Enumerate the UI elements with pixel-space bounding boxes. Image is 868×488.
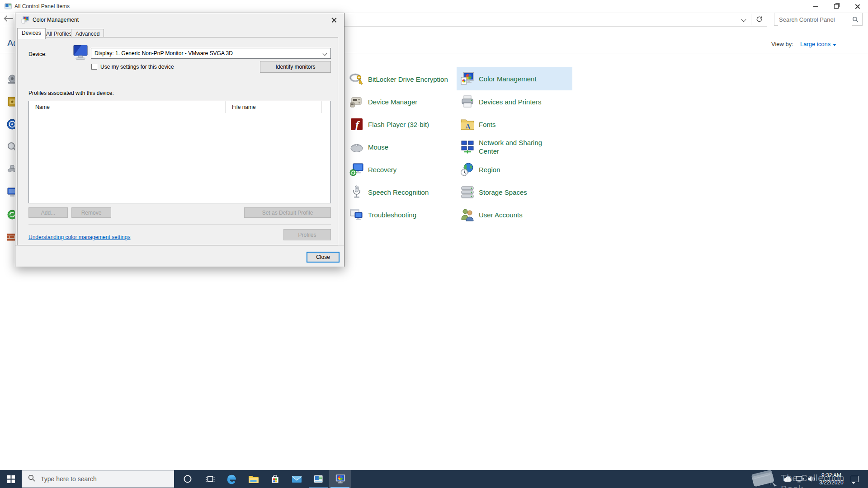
refresh-icon	[756, 16, 763, 23]
list-header: Name File name	[29, 101, 330, 113]
search-icon	[28, 474, 35, 483]
close-button[interactable]: Close	[307, 252, 340, 263]
control-panel-search[interactable]	[774, 13, 863, 26]
taskbar-search-input[interactable]	[40, 475, 155, 483]
cp-item-label: Fonts	[479, 120, 496, 129]
refresh-button[interactable]	[751, 13, 767, 26]
desktop: All Control Panel Items Adjust your comp…	[0, 0, 868, 488]
cp-item-device-manager[interactable]: Device Manager	[346, 90, 456, 113]
file-explorer-button[interactable]	[242, 470, 264, 488]
control-panel-window-icon	[5, 3, 12, 12]
cp-item-label: User Accounts	[479, 211, 523, 219]
mail-button[interactable]	[286, 470, 307, 488]
fonts-icon: A	[460, 117, 475, 131]
device-dropdown[interactable]: Display: 1. Generic Non-PnP Monitor - VM…	[91, 48, 331, 59]
region-icon	[460, 162, 475, 177]
store-icon	[270, 474, 280, 484]
taskbar: 9:32 AM 3/22/2020	[0, 470, 868, 488]
color-management-dialog-icon	[21, 16, 29, 26]
chevron-down-icon	[741, 17, 746, 22]
search-icon	[852, 16, 859, 24]
identify-monitors-button[interactable]: Identify monitors	[260, 61, 331, 73]
minimize-button[interactable]	[806, 0, 826, 13]
column-header-file-name[interactable]: File name	[226, 101, 322, 113]
network-icon	[460, 140, 475, 154]
clock-date: 3/22/2020	[817, 479, 845, 486]
taskbar-control-panel-button[interactable]	[307, 470, 329, 488]
set-default-profile-button[interactable]: Set as Default Profile	[244, 207, 331, 218]
troubleshooting-icon	[349, 207, 364, 222]
close-icon	[854, 4, 860, 9]
user-accounts-icon	[460, 207, 475, 222]
cp-item-label: Color Management	[479, 75, 537, 83]
tray-expand-button[interactable]	[770, 477, 770, 485]
dialog-footer: Close	[15, 245, 344, 267]
dialog-close-button[interactable]	[324, 13, 344, 27]
onedrive-tray-icon[interactable]	[783, 476, 793, 484]
cortana-button[interactable]	[177, 470, 198, 488]
taskbar-clock[interactable]: 9:32 AM 3/22/2020	[817, 472, 845, 486]
cp-item-label: Devices and Printers	[479, 98, 541, 106]
cp-item-speech-recognition[interactable]: Speech Recognition	[346, 180, 456, 204]
cp-item-label: Storage Spaces	[479, 188, 527, 197]
taskbar-search[interactable]	[22, 470, 174, 488]
view-by-label: View by:	[771, 41, 793, 47]
profiles-list[interactable]: Name File name	[28, 101, 331, 203]
cp-item-network-sharing[interactable]: Network and Sharing Center	[457, 135, 572, 159]
minimize-icon	[813, 6, 818, 7]
understanding-color-management-link[interactable]: Understanding color management settings	[28, 234, 130, 240]
task-view-button[interactable]	[199, 470, 221, 488]
edge-button[interactable]	[221, 470, 242, 488]
monitor-icon	[72, 44, 89, 62]
cp-item-fonts[interactable]: A Fonts	[457, 113, 572, 136]
device-dropdown-value: Display: 1. Generic Non-PnP Monitor - VM…	[94, 50, 233, 56]
volume-tray-icon[interactable]	[807, 476, 816, 484]
column-header-name[interactable]: Name	[29, 101, 226, 113]
cp-item-bitlocker[interactable]: BitLocker Drive Encryption	[346, 67, 456, 91]
dialog-title: Color Management	[33, 17, 79, 23]
restore-button[interactable]	[826, 0, 846, 13]
view-by-selector[interactable]: Large icons	[800, 41, 836, 47]
cp-item-user-accounts[interactable]: User Accounts	[457, 203, 572, 226]
close-window-button[interactable]	[846, 0, 868, 13]
cp-item-region[interactable]: Region	[457, 158, 572, 181]
cp-item-label: Mouse	[368, 143, 388, 151]
chevron-down-icon	[323, 52, 327, 56]
cp-item-label: Troubleshooting	[368, 211, 416, 219]
use-settings-checkbox[interactable]	[91, 64, 97, 70]
start-button[interactable]	[0, 470, 22, 488]
cp-item-mouse[interactable]: Mouse	[346, 135, 456, 159]
search-input[interactable]	[778, 14, 852, 26]
taskbar-color-management-button[interactable]	[329, 470, 351, 488]
edge-icon	[226, 474, 237, 484]
svg-text:A: A	[465, 122, 471, 131]
remove-button[interactable]: Remove	[71, 207, 111, 218]
caret-down-icon	[833, 44, 836, 46]
cp-item-recovery[interactable]: Recovery	[346, 158, 456, 181]
network-tray-icon[interactable]	[796, 476, 804, 484]
cp-item-flash-player[interactable]: f Flash Player (32-bit)	[346, 113, 456, 136]
profiles-button[interactable]: Profiles	[283, 229, 331, 240]
address-dropdown-button[interactable]	[736, 13, 751, 26]
window-title: All Control Panel Items	[14, 3, 70, 9]
cp-item-label: Recovery	[368, 165, 396, 174]
cp-item-label: BitLocker Drive Encryption	[368, 75, 448, 84]
recovery-icon	[349, 162, 364, 177]
cp-item-storage-spaces[interactable]: Storage Spaces	[457, 180, 572, 204]
cp-item-devices-printers[interactable]: Devices and Printers	[457, 90, 572, 113]
window-titlebar: All Control Panel Items	[0, 0, 868, 13]
speech-recognition-icon	[349, 185, 364, 199]
cp-item-color-management[interactable]: Color Management	[457, 67, 572, 90]
action-center-button[interactable]	[851, 476, 859, 482]
tab-devices[interactable]: Devices	[17, 28, 46, 39]
color-management-dialog: Color Management Devices All Profiles Ad…	[15, 13, 344, 267]
dialog-titlebar[interactable]: Color Management	[15, 13, 344, 27]
add-button[interactable]: Add...	[28, 207, 68, 218]
file-explorer-icon	[248, 475, 259, 483]
cp-item-label: Speech Recognition	[368, 188, 429, 197]
cp-item-troubleshooting[interactable]: Troubleshooting	[346, 203, 456, 226]
restore-icon	[834, 4, 839, 9]
store-button[interactable]	[264, 470, 286, 488]
bitlocker-icon	[349, 72, 364, 86]
back-button[interactable]	[3, 14, 14, 24]
